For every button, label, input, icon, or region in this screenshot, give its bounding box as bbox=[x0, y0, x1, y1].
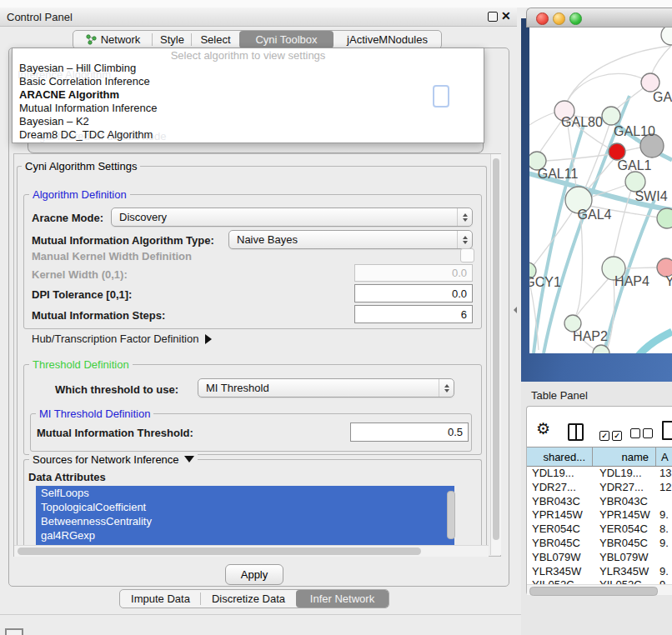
network-node[interactable] bbox=[609, 143, 625, 160]
file-icon[interactable] bbox=[662, 421, 672, 440]
scrollbar-thumb[interactable] bbox=[493, 158, 499, 540]
unchecked-boxes-icon[interactable] bbox=[630, 427, 655, 442]
apply-button[interactable]: Apply bbox=[225, 564, 283, 585]
attribute-list-item[interactable]: gal4RGexp bbox=[36, 528, 454, 542]
table-cell: YIL052C bbox=[527, 578, 593, 584]
network-canvas[interactable]: GALGAL80GAL10GAL11GAL1SWI4GAL4GCY1HAP4YH… bbox=[529, 28, 672, 353]
table-cell: 8. bbox=[656, 522, 672, 537]
algorithm-option[interactable]: Mutual Information Inference bbox=[13, 102, 484, 115]
stepper-arrows-icon bbox=[439, 379, 454, 397]
table-row[interactable]: YBR045CYBR045C9. bbox=[527, 537, 672, 551]
table-cell: YDR27... bbox=[593, 481, 656, 495]
scrollbar-thumb[interactable] bbox=[18, 548, 421, 555]
gear-icon[interactable]: ⚙ bbox=[536, 419, 550, 438]
close-icon[interactable]: ✕ bbox=[501, 9, 511, 22]
mi-threshold-field[interactable]: 0.5 bbox=[350, 422, 469, 442]
network-edge[interactable] bbox=[651, 46, 671, 75]
table-cell: YBR043C bbox=[527, 495, 593, 509]
settings-vertical-scrollbar[interactable] bbox=[490, 154, 501, 555]
tab-discretize-data[interactable]: Discretize Data bbox=[201, 590, 296, 608]
network-window-titlebar[interactable] bbox=[526, 8, 672, 28]
which-threshold-combobox[interactable]: MI Threshold bbox=[198, 378, 454, 398]
aracne-mode-combobox[interactable]: Discovery bbox=[111, 208, 473, 227]
dropdown-placeholder: Select algorithm to view settings bbox=[13, 48, 484, 62]
settings-horizontal-scrollbar[interactable] bbox=[14, 545, 489, 557]
table-row[interactable]: YIL052CYIL052C9 bbox=[527, 578, 672, 584]
network-node[interactable] bbox=[661, 28, 672, 45]
algorithm-option[interactable]: Bayesian – K2 bbox=[13, 115, 484, 128]
attribute-list-item[interactable]: TopologicalCoefficient bbox=[36, 500, 454, 514]
tab-infer-network[interactable]: Infer Network bbox=[296, 590, 389, 608]
control-panel-tabs: Network Style Select Cyni Toolbox jActiv… bbox=[73, 30, 442, 49]
data-attributes-list[interactable]: SelfLoopsTopologicalCoefficientBetweenne… bbox=[36, 486, 454, 546]
table-cell: YPR145W bbox=[527, 508, 593, 522]
table-panel-title: Table Panel bbox=[531, 389, 588, 402]
node-label: GCY1 bbox=[529, 275, 561, 289]
table-cell: YBR045C bbox=[593, 537, 656, 551]
hub-definition-expander[interactable]: Hub/Transcription Factor Definition bbox=[32, 332, 212, 345]
network-edge[interactable] bbox=[545, 154, 609, 161]
sources-title[interactable]: Sources for Network Inference bbox=[29, 453, 198, 466]
stepper-arrows-icon bbox=[457, 231, 472, 248]
table-cell: YLR345W bbox=[593, 565, 656, 579]
close-traffic-light-icon[interactable] bbox=[536, 12, 549, 25]
scrollbar-thumb[interactable] bbox=[529, 587, 658, 596]
table-horizontal-scrollbar[interactable] bbox=[527, 584, 672, 595]
zoom-traffic-light-icon[interactable] bbox=[569, 12, 582, 25]
network-edge[interactable] bbox=[576, 278, 609, 317]
table-row[interactable]: YER054CYER054C8. bbox=[527, 522, 672, 537]
table-row[interactable]: YLR345WYLR345W9. bbox=[527, 565, 672, 579]
column-header-partial[interactable]: A bbox=[656, 448, 672, 466]
tab-jactivemnodules[interactable]: jActiveMNodules bbox=[333, 31, 441, 48]
table-row[interactable]: YDR27...YDR27...12 bbox=[527, 481, 672, 495]
float-window-icon[interactable] bbox=[488, 12, 498, 22]
table-row[interactable]: YBL079WYBL079W bbox=[527, 551, 672, 565]
table-cell: 9. bbox=[656, 565, 672, 579]
attribute-list-item[interactable]: BetweennessCentrality bbox=[36, 514, 454, 528]
column-header-shared[interactable]: shared... bbox=[527, 448, 593, 466]
mi-threshold-definition-title: MI Threshold Definition bbox=[36, 408, 153, 420]
tab-select[interactable]: Select bbox=[192, 31, 239, 48]
table-row[interactable]: YPR145WYPR145W9. bbox=[527, 508, 672, 522]
tab-cyni-toolbox[interactable]: Cyni Toolbox bbox=[239, 31, 333, 48]
minimized-panel-icon[interactable] bbox=[5, 628, 23, 635]
mi-steps-field[interactable]: 6 bbox=[354, 305, 473, 323]
minimize-traffic-light-icon[interactable] bbox=[553, 12, 565, 25]
panel-divider-grip[interactable] bbox=[514, 307, 517, 313]
table-header: shared... name A bbox=[527, 447, 672, 467]
manual-kernel-width-checkbox[interactable] bbox=[460, 248, 474, 262]
checked-boxes-icon[interactable]: ✓✓ bbox=[599, 427, 624, 442]
column-header-name[interactable]: name bbox=[593, 448, 656, 466]
mi-steps-label: Mutual Information Steps: bbox=[32, 309, 165, 322]
network-edge[interactable] bbox=[583, 159, 614, 194]
kernel-width-field[interactable]: 0.0 bbox=[354, 264, 473, 282]
algorithm-option[interactable]: ARACNE Algorithm bbox=[13, 88, 484, 102]
network-edge[interactable] bbox=[566, 73, 650, 104]
node-label: GAL1 bbox=[618, 158, 652, 172]
network-edge[interactable] bbox=[635, 332, 672, 353]
table-row[interactable]: YBR043CYBR043C bbox=[527, 495, 672, 509]
attribute-list-scrollbar[interactable] bbox=[447, 491, 455, 539]
network-edge[interactable] bbox=[624, 148, 640, 151]
table-cell: 9. bbox=[656, 508, 672, 522]
table-row[interactable]: YDL19...YDL19...13 bbox=[527, 467, 672, 481]
dpi-tolerance-label: DPI Tolerance [0,1]: bbox=[32, 288, 132, 301]
node-label: SWI4 bbox=[634, 189, 667, 203]
tab-impute-data[interactable]: Impute Data bbox=[120, 590, 201, 608]
network-node[interactable] bbox=[641, 73, 659, 92]
network-node[interactable] bbox=[602, 107, 620, 125]
tab-network[interactable]: Network bbox=[73, 31, 153, 48]
inference-algorithm-combobox-partial[interactable] bbox=[28, 142, 484, 153]
network-edge[interactable] bbox=[529, 112, 557, 125]
node-label: GAL10 bbox=[614, 124, 655, 138]
split-columns-icon[interactable] bbox=[568, 423, 584, 441]
table-cell: 9 bbox=[656, 578, 672, 584]
table-cell: YBL079W bbox=[593, 551, 656, 565]
dpi-tolerance-field[interactable]: 0.0 bbox=[354, 284, 473, 302]
node-label: GAL bbox=[653, 90, 672, 104]
tab-style[interactable]: Style bbox=[153, 31, 192, 48]
bottom-tabs: Impute Data Discretize Data Infer Networ… bbox=[119, 589, 389, 608]
mi-algorithm-type-combobox[interactable]: Naive Bayes bbox=[228, 230, 473, 249]
attribute-list-item[interactable]: SelfLoops bbox=[36, 486, 454, 500]
network-node[interactable] bbox=[657, 208, 672, 228]
